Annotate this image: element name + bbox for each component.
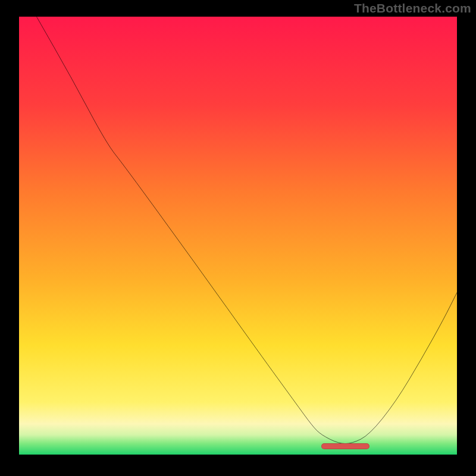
plot-area — [19, 17, 457, 457]
watermark: TheBottleneck.com — [354, 1, 471, 15]
bottleneck-curve — [19, 17, 457, 455]
chart-frame: TheBottleneck.com — [0, 0, 476, 476]
optimal-segment-marker — [321, 443, 369, 449]
